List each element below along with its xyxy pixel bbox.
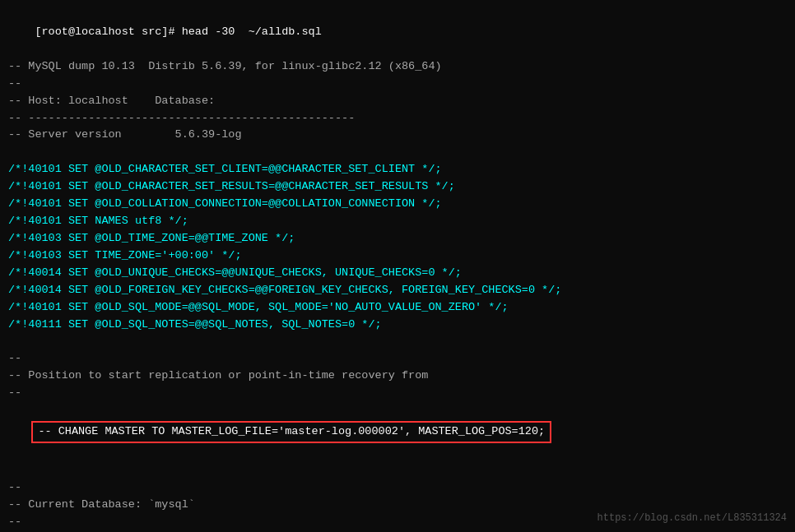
line-9: /*!40101 SET @OLD_CHARACTER_SET_RESULTS=… <box>8 178 787 196</box>
prompt: [root@localhost src]# <box>35 25 181 38</box>
line-25: -- Current Database: `mysql` <box>8 497 787 514</box>
line-7 <box>8 144 787 161</box>
line-24: -- <box>8 479 787 497</box>
line-15: /*!40014 SET @OLD_FOREIGN_KEY_CHECKS=@@F… <box>8 282 787 299</box>
line-14: /*!40014 SET @OLD_UNIQUE_CHECKS=@@UNIQUE… <box>8 265 787 282</box>
line-8: /*!40101 SET @OLD_CHARACTER_SET_CLIENT=@… <box>8 161 787 178</box>
terminal-window: [root@localhost src]# head -30 ~/alldb.s… <box>0 0 795 532</box>
line-1: [root@localhost src]# head -30 ~/alldb.s… <box>8 7 787 58</box>
line-21: -- <box>8 385 787 402</box>
watermark: https://blog.csdn.net/L835311324 <box>597 512 787 524</box>
line-13: /*!40103 SET TIME_ZONE='+00:00' */; <box>8 247 787 265</box>
line-12: /*!40103 SET @OLD_TIME_ZONE=@@TIME_ZONE … <box>8 230 787 247</box>
line-10: /*!40101 SET @OLD_COLLATION_CONNECTION=@… <box>8 196 787 213</box>
line-2: -- MySQL dump 10.13 Distrib 5.6.39, for … <box>8 58 787 76</box>
line-22-highlighted: -- CHANGE MASTER TO MASTER_LOG_FILE='mas… <box>8 402 787 462</box>
line-18 <box>8 334 787 351</box>
line-23 <box>8 462 787 479</box>
line-16: /*!40101 SET @OLD_SQL_MODE=@@SQL_MODE, S… <box>8 299 787 317</box>
line-4: -- Host: localhost Database: <box>8 93 787 110</box>
line-5: -- -------------------------------------… <box>8 110 787 127</box>
line-17: /*!40111 SET @OLD_SQL_NOTES=@@SQL_NOTES,… <box>8 317 787 334</box>
line-19: -- <box>8 350 787 368</box>
change-master-command: -- CHANGE MASTER TO MASTER_LOG_FILE='mas… <box>31 421 551 443</box>
line-20: -- Position to start replication or poin… <box>8 368 787 385</box>
line-6: -- Server version 5.6.39-log <box>8 127 787 144</box>
line-11: /*!40101 SET NAMES utf8 */; <box>8 213 787 230</box>
line-3: -- <box>8 76 787 93</box>
